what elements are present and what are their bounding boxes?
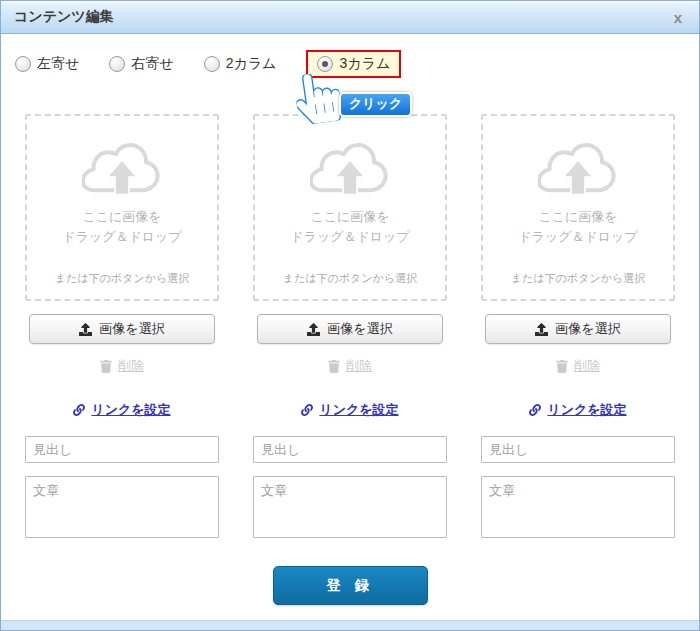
heading-input[interactable]	[253, 436, 447, 463]
register-button[interactable]: 登 録	[273, 566, 428, 605]
column-1: ここに画像を ドラッグ＆ドロップ または下のボタンから選択 画像を選択 削除	[25, 114, 219, 538]
radio-circle-icon[interactable]	[204, 56, 220, 72]
content-edit-dialog: コンテンツ編集 x 左寄せ 右寄せ 2カラム 3カラム クリック	[0, 0, 700, 631]
radio-option-left-align[interactable]: 左寄せ	[15, 55, 79, 73]
close-icon[interactable]: x	[670, 8, 686, 27]
image-dropzone[interactable]: ここに画像を ドラッグ＆ドロップ または下のボタンから選択	[481, 114, 675, 301]
link-icon	[73, 404, 85, 416]
radio-label: 右寄せ	[131, 55, 173, 73]
click-tooltip-badge: クリック	[339, 92, 412, 117]
set-link-link[interactable]: リンクを設定	[481, 401, 675, 419]
link-icon	[301, 404, 313, 416]
column-3: ここに画像を ドラッグ＆ドロップ または下のボタンから選択 画像を選択 削除	[481, 114, 675, 538]
dialog-title: コンテンツ編集	[14, 8, 114, 26]
trash-icon	[100, 360, 112, 373]
image-dropzone[interactable]: ここに画像を ドラッグ＆ドロップ または下のボタンから選択	[25, 114, 219, 301]
dropzone-text: ここに画像を ドラッグ＆ドロップ	[518, 207, 637, 246]
select-image-button[interactable]: 画像を選択	[29, 314, 215, 344]
dialog-footer-strip	[1, 620, 699, 630]
dropzone-text: ここに画像を ドラッグ＆ドロップ	[290, 207, 409, 246]
radio-circle-icon[interactable]	[109, 56, 125, 72]
trash-icon	[556, 360, 568, 373]
radio-label: 3カラム	[339, 55, 390, 73]
body-textarea[interactable]	[481, 476, 675, 538]
image-dropzone[interactable]: ここに画像を ドラッグ＆ドロップ または下のボタンから選択	[253, 114, 447, 301]
dialog-titlebar: コンテンツ編集 x	[1, 1, 699, 34]
select-image-button[interactable]: 画像を選択	[257, 314, 443, 344]
dropzone-hint: または下のボタンから選択	[483, 271, 673, 286]
heading-input[interactable]	[25, 436, 219, 463]
delete-link[interactable]: 削除	[481, 357, 675, 375]
column-2: ここに画像を ドラッグ＆ドロップ または下のボタンから選択 画像を選択 削除	[253, 114, 447, 538]
body-textarea[interactable]	[25, 476, 219, 538]
body-textarea[interactable]	[253, 476, 447, 538]
set-link-link[interactable]: リンクを設定	[253, 401, 447, 419]
heading-input[interactable]	[481, 436, 675, 463]
radio-option-2-column[interactable]: 2カラム	[204, 55, 277, 73]
cloud-upload-icon	[310, 142, 390, 202]
radio-label: 2カラム	[226, 55, 277, 73]
radio-option-right-align[interactable]: 右寄せ	[109, 55, 173, 73]
upload-icon	[79, 323, 92, 336]
cloud-upload-icon	[82, 142, 162, 202]
upload-icon	[535, 323, 548, 336]
dropzone-hint: または下のボタンから選択	[255, 271, 445, 286]
delete-link[interactable]: 削除	[25, 357, 219, 375]
link-icon	[529, 404, 541, 416]
radio-circle-icon[interactable]	[317, 56, 333, 72]
radio-circle-icon[interactable]	[15, 56, 31, 72]
upload-icon	[307, 323, 320, 336]
hand-pointer-icon	[293, 70, 344, 126]
delete-link[interactable]: 削除	[253, 357, 447, 375]
column-container: ここに画像を ドラッグ＆ドロップ または下のボタンから選択 画像を選択 削除	[1, 114, 699, 538]
dropzone-text: ここに画像を ドラッグ＆ドロップ	[62, 207, 181, 246]
select-image-button[interactable]: 画像を選択	[485, 314, 671, 344]
trash-icon	[328, 360, 340, 373]
radio-label: 左寄せ	[37, 55, 79, 73]
cloud-upload-icon	[538, 142, 618, 202]
dropzone-hint: または下のボタンから選択	[27, 271, 217, 286]
click-cursor-annotation: クリック	[296, 73, 406, 123]
set-link-link[interactable]: リンクを設定	[25, 401, 219, 419]
